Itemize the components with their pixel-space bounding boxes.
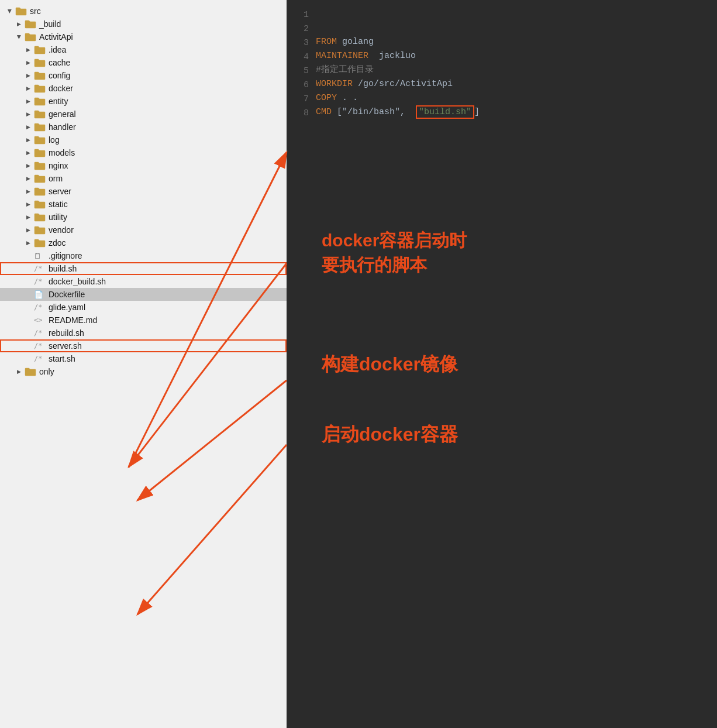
file-sh-icon: /*	[34, 265, 46, 273]
file-sh-icon: /*	[34, 277, 46, 286]
expand-arrow[interactable]: ▶	[23, 73, 33, 78]
line-numbers: 12345678	[287, 7, 316, 121]
item-label: start.sh	[49, 354, 75, 363]
annotation-docker-start: docker容器启动时要执行的脚本	[322, 228, 467, 277]
expand-arrow[interactable]: ▶	[23, 124, 33, 130]
expand-arrow[interactable]: ▶	[23, 240, 33, 246]
file-icon: 🗒	[34, 252, 46, 260]
tree-item-.gitignore[interactable]: 🗒.gitignore	[0, 249, 287, 262]
tree-item-src[interactable]: ▶ src	[0, 5, 287, 18]
expand-arrow[interactable]: ▶	[23, 163, 33, 169]
expand-arrow[interactable]: ▶	[14, 21, 23, 27]
tree-item-docker_build.sh[interactable]: /*docker_build.sh	[0, 275, 287, 288]
folder-icon	[15, 6, 27, 16]
item-label: general	[49, 109, 76, 119]
folder-icon	[25, 19, 36, 29]
folder-icon	[34, 58, 46, 67]
tree-item-docker[interactable]: ▶ docker	[0, 82, 287, 95]
folder-icon	[34, 84, 46, 93]
expand-arrow[interactable]: ▶	[23, 214, 33, 220]
expand-arrow[interactable]: ▶	[23, 201, 33, 207]
file-docker-icon: 📄	[34, 290, 46, 299]
tree-item-server.sh[interactable]: /*server.sh	[0, 339, 287, 352]
code-line-2: MAINTAINER jackluo	[316, 49, 717, 63]
expand-arrow[interactable]: ▶	[23, 137, 33, 143]
expand-arrow[interactable]: ▶	[23, 111, 33, 117]
item-label: orm	[49, 174, 63, 183]
line-number: 1	[287, 8, 309, 22]
tree-item-cache[interactable]: ▶ cache	[0, 56, 287, 69]
file-sh-icon: /*	[34, 342, 46, 350]
folder-icon	[34, 122, 46, 132]
tree-item-vendor[interactable]: ▶ vendor	[0, 224, 287, 236]
item-label: rebuild.sh	[49, 328, 84, 338]
code-line-3: #指定工作目录	[316, 63, 717, 77]
item-label: zdoc	[49, 238, 66, 248]
folder-icon	[34, 187, 46, 196]
tree-item-models[interactable]: ▶ models	[0, 146, 287, 159]
folder-icon	[34, 135, 46, 145]
line-number: 8	[287, 107, 309, 121]
tree-item-static[interactable]: ▶ static	[0, 198, 287, 211]
annotation-start-docker: 启动docker容器	[322, 421, 458, 448]
tree-item-orm[interactable]: ▶ orm	[0, 172, 287, 185]
tree-item-.idea[interactable]: ▶ .idea	[0, 43, 287, 56]
item-label: ActivitApi	[39, 32, 73, 42]
code-line-4: WORKDIR /go/src/ActivitApi	[316, 77, 717, 91]
tree-item-handler[interactable]: ▶ handler	[0, 121, 287, 133]
line-number: 3	[287, 36, 309, 50]
item-label: vendor	[49, 225, 74, 235]
expand-arrow[interactable]: ▶	[23, 98, 33, 104]
tree-item-zdoc[interactable]: ▶ zdoc	[0, 236, 287, 249]
tree-item-Dockerfile[interactable]: 📄Dockerfile	[0, 288, 287, 301]
expand-arrow[interactable]: ▶	[14, 369, 23, 375]
tree-item-rebuild.sh[interactable]: /*rebuild.sh	[0, 327, 287, 339]
annotation-build-docker: 构建docker镜像	[322, 351, 458, 377]
tree-item-README.md[interactable]: <>README.md	[0, 314, 287, 327]
expand-arrow[interactable]: ▶	[23, 150, 33, 156]
expand-arrow[interactable]: ▶	[23, 85, 33, 91]
item-label: README.md	[49, 315, 97, 325]
item-label: config	[49, 71, 70, 80]
expand-arrow[interactable]: ▶	[23, 60, 33, 66]
item-label: build.sh	[49, 264, 77, 273]
tree-item-entity[interactable]: ▶ entity	[0, 95, 287, 108]
tree-item-glide.yaml[interactable]: /*glide.yaml	[0, 301, 287, 314]
tree-item-nginx[interactable]: ▶ nginx	[0, 159, 287, 172]
line-number: 2	[287, 22, 309, 36]
tree-item-start.sh[interactable]: /*start.sh	[0, 352, 287, 365]
folder-icon	[25, 32, 36, 42]
tree-item-ActivitApi[interactable]: ▶ ActivitApi	[0, 30, 287, 43]
tree-item-_build[interactable]: ▶ _build	[0, 18, 287, 30]
tree-item-utility[interactable]: ▶ utility	[0, 211, 287, 224]
folder-icon	[34, 225, 46, 235]
expand-arrow[interactable]: ▶	[23, 227, 33, 233]
folder-icon	[34, 97, 46, 106]
expand-arrow[interactable]: ▶	[23, 176, 33, 181]
tree-item-build.sh[interactable]: /*build.sh	[0, 262, 287, 275]
folder-icon	[34, 238, 46, 248]
expand-arrow[interactable]: ▶	[23, 188, 33, 194]
tree-item-config[interactable]: ▶ config	[0, 69, 287, 82]
item-label: docker	[49, 84, 73, 93]
folder-icon	[34, 148, 46, 157]
tree-item-only-folder[interactable]: ▶ only	[0, 365, 287, 378]
line-number: 6	[287, 78, 309, 92]
item-label: static	[49, 200, 68, 209]
tree-item-server[interactable]: ▶ server	[0, 185, 287, 198]
item-label: .gitignore	[49, 251, 82, 260]
file-sh-icon: /*	[34, 303, 46, 311]
folder-icon	[34, 109, 46, 119]
code-editor-panel: 12345678 FROM golangMAINTAINER jackluo#指…	[287, 0, 717, 728]
file-md-icon: <>	[34, 316, 46, 324]
tree-item-log[interactable]: ▶ log	[0, 133, 287, 146]
tree-item-general[interactable]: ▶ general	[0, 108, 287, 121]
file-tree-panel: ▶ src▶ _build▶ ActivitApi▶ .idea▶ cache▶…	[0, 0, 287, 728]
code-line-7: CMD ["/bin/bash", "build.sh"]	[316, 105, 717, 119]
expand-arrow[interactable]: ▶	[23, 47, 33, 53]
item-label: src	[30, 6, 41, 16]
item-label: _build	[39, 19, 61, 29]
expand-arrow[interactable]: ▶	[5, 8, 14, 14]
expand-arrow[interactable]: ▶	[14, 34, 23, 40]
item-label: server.sh	[49, 341, 82, 351]
